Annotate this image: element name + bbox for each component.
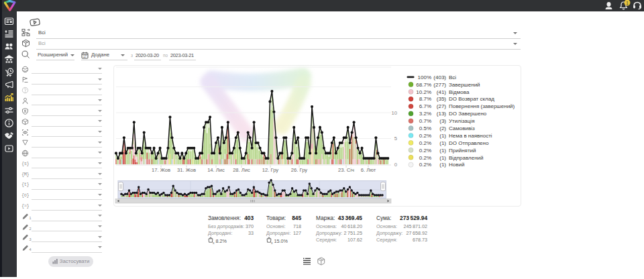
svg-text:Відмова: Відмова	[449, 89, 470, 95]
svg-text:(35): (35)	[437, 96, 447, 102]
svg-text:6. Лют: 6. Лют	[361, 167, 376, 173]
svg-text:14. Лис: 14. Лис	[207, 167, 225, 173]
svg-text:17: 17	[83, 55, 87, 58]
svg-text:(41): (41)	[437, 89, 447, 95]
svg-text:(1): (1)	[439, 155, 446, 161]
svg-text:28. Лис: 28. Лис	[233, 167, 250, 173]
svg-text:5: 5	[394, 135, 397, 142]
svg-text:DO Завершено: DO Завершено	[449, 111, 487, 117]
svg-text:0.2%: 0.2%	[419, 140, 431, 146]
svg-text:8.7%: 8.7%	[419, 96, 431, 102]
svg-text:Прийнятий: Прийнятий	[449, 148, 476, 154]
svg-text:26. Гру: 26. Гру	[291, 167, 307, 173]
svg-text:0: 0	[394, 162, 397, 168]
svg-text:12. Гру: 12. Гру	[262, 167, 278, 173]
svg-text:0.7%: 0.7%	[419, 118, 431, 124]
svg-text:68.7%: 68.7%	[416, 82, 431, 88]
svg-text:0.2%: 0.2%	[419, 162, 431, 168]
svg-text:(1): (1)	[439, 133, 446, 139]
svg-text:1: 1	[626, 1, 629, 5]
svg-text:(1): (1)	[439, 140, 446, 146]
svg-text:(3): (3)	[439, 118, 446, 124]
svg-text:Нема в наявності: Нема в наявності	[449, 133, 492, 139]
svg-text:(13): (13)	[437, 111, 447, 117]
svg-text:(1): (1)	[439, 162, 446, 168]
svg-text:100%: 100%	[418, 74, 431, 80]
svg-text:Відправлений: Відправлений	[449, 155, 484, 161]
svg-text:0.2%: 0.2%	[419, 133, 431, 139]
svg-text:Завершений: Завершений	[449, 82, 480, 88]
svg-text:(277): (277)	[433, 82, 446, 88]
svg-text:31. Жов: 31. Жов	[177, 167, 196, 173]
svg-text:(27): (27)	[437, 103, 447, 109]
svg-text:17. Жов: 17. Жов	[152, 167, 170, 173]
svg-text:Утилізація: Утилізація	[449, 118, 474, 124]
svg-text:(403): (403)	[433, 74, 446, 80]
svg-text:Повернення (завершений): Повернення (завершений)	[449, 103, 515, 109]
svg-text:23. Січ: 23. Січ	[338, 167, 354, 173]
svg-text:3.2%: 3.2%	[419, 111, 431, 117]
svg-text:10: 10	[392, 110, 397, 116]
svg-text:DO Возврат склад: DO Возврат склад	[449, 96, 494, 102]
svg-text:0.2%: 0.2%	[419, 148, 431, 154]
svg-text:(1): (1)	[439, 148, 446, 154]
svg-text:Новий: Новий	[449, 162, 464, 168]
svg-text:10.2%: 10.2%	[416, 89, 431, 95]
svg-text:Всі: Всі	[449, 74, 456, 80]
svg-text:0.2%: 0.2%	[419, 155, 431, 161]
svg-text:6.7%: 6.7%	[419, 103, 431, 109]
svg-text:DO Отправлено: DO Отправлено	[449, 140, 489, 146]
svg-text:Самовивіз: Самовивіз	[449, 125, 475, 131]
svg-text:(2): (2)	[439, 125, 446, 131]
svg-text:0.5%: 0.5%	[419, 125, 431, 131]
